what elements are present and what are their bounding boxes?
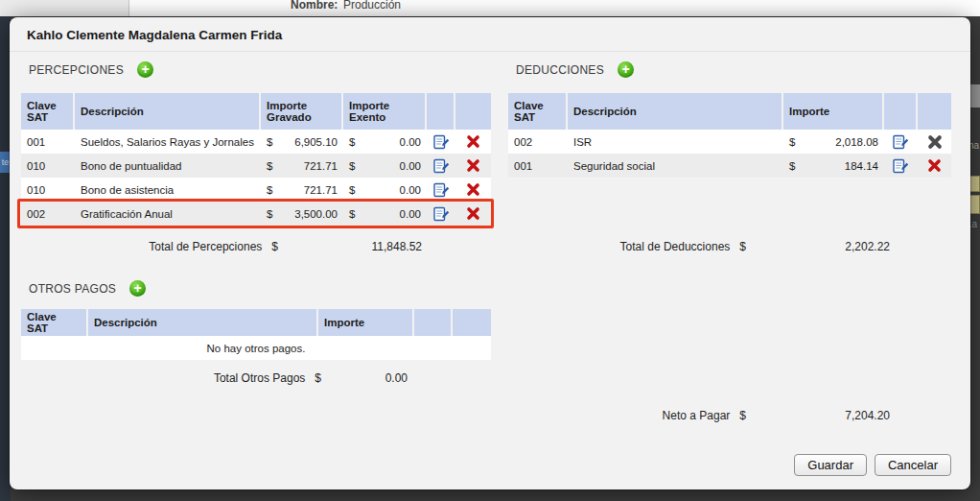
cell-descripcion: Bono de asistencia bbox=[75, 178, 261, 202]
cell-clave-sat: 010 bbox=[21, 178, 75, 202]
currency-symbol: $ bbox=[267, 208, 272, 220]
cell-delete bbox=[455, 130, 491, 154]
otros-pagos-total-value: 0.00 bbox=[321, 371, 408, 385]
cell-descripcion: Seguridad social bbox=[568, 154, 783, 178]
cell-edit bbox=[884, 130, 918, 154]
cell-edit bbox=[427, 202, 455, 226]
currency-symbol: $ bbox=[789, 160, 795, 172]
cell-importe-gravado: $6,905.10 bbox=[261, 130, 343, 154]
deducciones-total-label: Total de Deducciones bbox=[620, 240, 731, 253]
delete-icon[interactable] bbox=[466, 182, 480, 197]
cell-importe: $2,018.08 bbox=[783, 130, 884, 154]
column-header-actions bbox=[918, 93, 951, 130]
background-topbar: Nombre: Producción bbox=[0, 0, 980, 16]
amount: 184.14 bbox=[845, 160, 878, 172]
cell-descripcion: Bono de puntualidad bbox=[75, 154, 261, 178]
column-header-actions bbox=[453, 309, 491, 336]
deducciones-table: Clave SAT Descripción Importe 002 ISR $2… bbox=[508, 93, 951, 178]
delete-icon[interactable] bbox=[466, 206, 480, 221]
column-header-actions bbox=[455, 93, 491, 130]
deducciones-section-header: DEDUCCIONES bbox=[516, 61, 634, 78]
delete-disabled-icon bbox=[927, 134, 943, 150]
delete-icon[interactable] bbox=[927, 158, 942, 173]
cancelar-button[interactable]: Cancelar bbox=[875, 454, 951, 476]
add-deduccion-icon[interactable] bbox=[618, 61, 634, 78]
amount: 0.00 bbox=[400, 136, 421, 148]
empty-message: No hay otros pagos. bbox=[21, 336, 491, 360]
cell-importe-gravado: $3,500.00 bbox=[261, 202, 343, 226]
edit-icon[interactable] bbox=[893, 158, 909, 174]
amount: 0.00 bbox=[400, 184, 421, 196]
column-header-clave-sat: Clave SAT bbox=[508, 93, 568, 130]
cell-edit bbox=[427, 154, 455, 178]
table-row: 001 Seguridad social $184.14 bbox=[508, 154, 951, 178]
cell-clave-sat: 001 bbox=[508, 154, 568, 178]
column-header-importe-gravado: Importe Gravado bbox=[261, 93, 343, 130]
table-row: 010 Bono de asistencia $721.71 $0.00 bbox=[21, 178, 491, 202]
neto-a-pagar-label: Neto a Pagar bbox=[663, 409, 731, 422]
edit-icon[interactable] bbox=[433, 134, 450, 150]
cell-descripcion: Gratificación Anual bbox=[75, 202, 261, 226]
amount: 721.71 bbox=[304, 160, 338, 172]
neto-a-pagar-line: Neto a Pagar $ 7,204.20 bbox=[508, 409, 890, 422]
otros-pagos-table: Clave SAT Descripción Importe No hay otr… bbox=[21, 309, 491, 360]
cell-clave-sat: 002 bbox=[21, 202, 75, 226]
add-otro-pago-icon[interactable] bbox=[129, 280, 146, 297]
cell-importe-exento: $0.00 bbox=[343, 154, 427, 178]
background-nombre-label: Nombre: bbox=[291, 0, 338, 12]
percepciones-title: PERCEPCIONES bbox=[29, 63, 124, 77]
modal-title: Kahlo Clemente Magdalena Carmen Frida bbox=[10, 17, 970, 52]
column-header-clave-sat: Clave SAT bbox=[21, 93, 75, 130]
cell-delete bbox=[918, 154, 951, 178]
cell-importe-exento: $0.00 bbox=[343, 202, 427, 226]
cell-descripcion: Sueldos, Salarios Rayas y Jornales bbox=[75, 130, 261, 154]
currency-symbol: $ bbox=[271, 240, 278, 253]
cell-descripcion: ISR bbox=[568, 130, 783, 154]
currency-symbol: $ bbox=[739, 240, 746, 253]
cell-clave-sat: 001 bbox=[21, 130, 75, 154]
edit-icon[interactable] bbox=[433, 206, 450, 222]
cell-importe-gravado: $721.71 bbox=[261, 178, 343, 202]
cell-delete bbox=[455, 154, 491, 178]
add-percepcion-icon[interactable] bbox=[137, 61, 153, 78]
neto-a-pagar-value: 7,204.20 bbox=[746, 409, 890, 422]
payroll-modal-dialog: Kahlo Clemente Magdalena Carmen Frida PE… bbox=[10, 17, 970, 489]
table-header-row: Clave SAT Descripción Importe Gravado Im… bbox=[21, 93, 491, 130]
currency-symbol: $ bbox=[267, 184, 272, 196]
cell-importe-exento: $0.00 bbox=[343, 130, 427, 154]
percepciones-section-header: PERCEPCIONES bbox=[29, 61, 153, 78]
cell-delete bbox=[918, 130, 951, 154]
cell-delete bbox=[455, 178, 491, 202]
edit-icon[interactable] bbox=[433, 182, 450, 198]
deducciones-total-line: Total de Deducciones $ 2,202.22 bbox=[508, 240, 890, 253]
column-header-actions bbox=[884, 93, 918, 130]
column-header-clave-sat: Clave SAT bbox=[21, 309, 88, 336]
currency-symbol: $ bbox=[349, 208, 355, 220]
amount: 3,500.00 bbox=[294, 208, 338, 220]
currency-symbol: $ bbox=[315, 371, 321, 385]
deducciones-title: DEDUCCIONES bbox=[516, 63, 604, 77]
column-header-descripcion: Descripción bbox=[88, 309, 318, 336]
empty-row: No hay otros pagos. bbox=[21, 336, 491, 360]
edit-icon[interactable] bbox=[893, 134, 909, 150]
column-header-actions bbox=[427, 93, 455, 130]
table-header-row: Clave SAT Descripción Importe bbox=[508, 93, 951, 130]
delete-icon[interactable] bbox=[466, 134, 480, 149]
percepciones-table: Clave SAT Descripción Importe Gravado Im… bbox=[21, 93, 491, 226]
percepciones-total-line: Total de Percepciones $ 11,848.52 bbox=[21, 240, 422, 253]
currency-symbol: $ bbox=[267, 160, 272, 172]
edit-icon[interactable] bbox=[433, 158, 450, 174]
amount: 2,018.08 bbox=[835, 136, 878, 148]
otros-pagos-section-header: OTROS PAGOS bbox=[29, 280, 146, 297]
table-row: 002 ISR $2,018.08 bbox=[508, 130, 951, 154]
cell-edit bbox=[884, 154, 918, 178]
column-header-importe: Importe bbox=[318, 309, 414, 336]
column-header-descripcion: Descripción bbox=[75, 93, 261, 130]
percepciones-total-value: 11,848.52 bbox=[278, 240, 422, 253]
percepciones-total-label: Total de Percepciones bbox=[149, 240, 262, 253]
delete-icon[interactable] bbox=[466, 158, 480, 173]
table-row-highlighted: 002 Gratificación Anual $3,500.00 $0.00 bbox=[21, 202, 491, 226]
currency-symbol: $ bbox=[739, 409, 746, 422]
currency-symbol: $ bbox=[267, 136, 272, 148]
guardar-button[interactable]: Guardar bbox=[794, 454, 867, 476]
